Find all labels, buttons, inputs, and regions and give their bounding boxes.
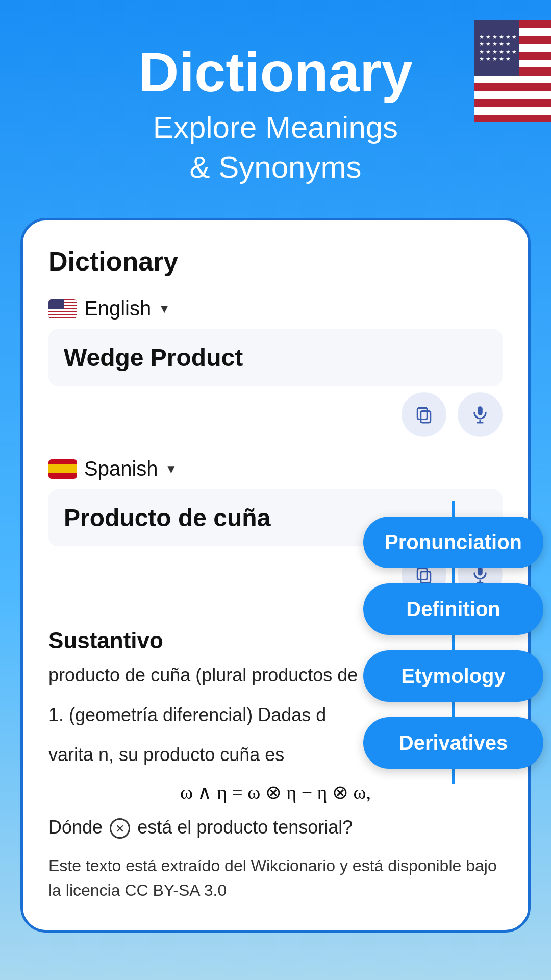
canton: ★ ★ ★ ★ ★ ★ ★ ★ ★ ★ ★ ★ ★ ★ ★ ★ ★ ★ ★ ★ …: [474, 20, 519, 76]
circle-x-icon: ✕: [110, 818, 130, 839]
english-flag-icon: [48, 299, 77, 318]
english-language-selector[interactable]: English ▼: [48, 297, 503, 320]
english-chevron-icon: ▼: [158, 302, 170, 316]
card-title: Dictionary: [48, 246, 503, 277]
copy-icon: [414, 405, 434, 424]
mic-icon: [470, 405, 490, 424]
spanish-label: Spanish: [84, 457, 158, 480]
definition-button[interactable]: Definition: [363, 583, 543, 635]
footer-text: Este texto está extraído del Wikcionario…: [48, 853, 503, 902]
dictionary-card: Dictionary English ▼ Wedge Product: [20, 218, 531, 933]
english-copy-button[interactable]: [402, 392, 446, 437]
english-mic-button[interactable]: [458, 392, 503, 437]
etymology-button[interactable]: Etymology: [363, 650, 543, 702]
app-header: Dictionary Explore Meanings & Synonyms ★…: [0, 0, 551, 208]
spanish-chevron-icon: ▼: [165, 462, 178, 476]
svg-text:★ ★ ★ ★ ★ ★: ★ ★ ★ ★ ★ ★: [479, 48, 517, 55]
svg-text:★ ★ ★ ★ ★ ★: ★ ★ ★ ★ ★ ★: [479, 34, 517, 40]
header-subtitle: Explore Meanings & Synonyms: [20, 108, 531, 187]
spanish-word-text: Producto de cuña: [64, 504, 270, 532]
svg-rect-4: [421, 411, 431, 423]
spanish-flag-icon: [48, 459, 77, 479]
math-formula: ω ∧ η = ω ⊗ η − η ⊗ ω,: [48, 781, 503, 803]
question-text: Dónde ✕ está el producto tensorial?: [48, 814, 503, 841]
header-title: Dictionary: [20, 41, 531, 103]
svg-text:★ ★ ★ ★ ★: ★ ★ ★ ★ ★: [479, 41, 511, 47]
svg-rect-6: [478, 406, 483, 415]
us-flag-icon: ★ ★ ★ ★ ★ ★ ★ ★ ★ ★ ★ ★ ★ ★ ★ ★ ★ ★ ★ ★ …: [474, 20, 551, 122]
english-word-text: Wedge Product: [64, 344, 243, 372]
english-word-display: Wedge Product: [48, 329, 503, 386]
spanish-language-selector[interactable]: Spanish ▼: [48, 457, 503, 480]
english-label: English: [84, 297, 151, 320]
svg-text:★ ★ ★ ★ ★: ★ ★ ★ ★ ★: [479, 56, 511, 62]
english-actions: [48, 392, 503, 437]
feature-buttons: Pronunciation Definition Etymology Deriv…: [363, 517, 543, 769]
derivatives-button[interactable]: Derivatives: [363, 717, 543, 769]
svg-rect-5: [417, 408, 427, 419]
flag-decoration: ★ ★ ★ ★ ★ ★ ★ ★ ★ ★ ★ ★ ★ ★ ★ ★ ★ ★ ★ ★ …: [474, 20, 551, 122]
pronunciation-button[interactable]: Pronunciation: [363, 517, 543, 568]
